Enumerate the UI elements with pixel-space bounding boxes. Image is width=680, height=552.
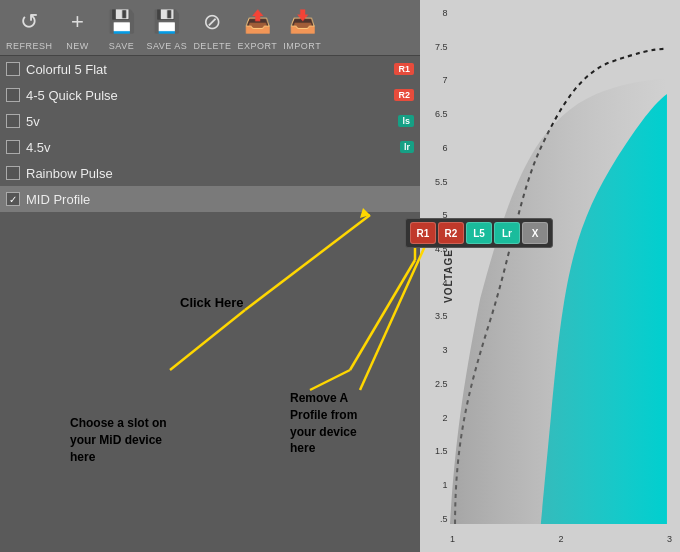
profile-badge-0: R1 (394, 63, 414, 75)
y-tick: 7.5 (435, 42, 448, 52)
profile-name-3: 4.5v (26, 140, 396, 155)
slot-btn-x[interactable]: X (522, 222, 548, 244)
export-label: EXPORT (237, 41, 277, 51)
profile-name-0: Colorful 5 Flat (26, 62, 390, 77)
refresh-label: REFRESH (6, 41, 53, 51)
profile-badge-3: lr (400, 141, 414, 153)
y-tick: .5 (440, 514, 448, 524)
profile-badge-1: R2 (394, 89, 414, 101)
profile-name-1: 4-5 Quick Pulse (26, 88, 390, 103)
profile-item-0[interactable]: Colorful 5 Flat R1 (0, 56, 420, 82)
chart-curve-area (450, 8, 672, 524)
x-tick: 3 (667, 534, 672, 544)
y-tick: 3 (443, 345, 448, 355)
svg-line-4 (350, 260, 415, 370)
profile-checkbox-3[interactable] (6, 140, 20, 154)
refresh-icon: ↺ (11, 4, 47, 40)
y-tick: 1.5 (435, 446, 448, 456)
save-icon: 💾 (104, 4, 140, 40)
y-tick: 6.5 (435, 109, 448, 119)
x-ticks: 123 (450, 534, 672, 544)
toolbar-btn-delete[interactable]: ⊘ DELETE (193, 4, 231, 51)
y-tick: 8 (443, 8, 448, 18)
save-as-icon: 💾 (149, 4, 185, 40)
slot-popup: R1R2L5LrX (405, 218, 553, 248)
slot-btn-r2[interactable]: R2 (438, 222, 464, 244)
svg-line-2 (170, 310, 245, 370)
profile-badge-2: ls (398, 115, 414, 127)
toolbar-btn-import[interactable]: 📥 IMPORT (283, 4, 321, 51)
slot-btn-r1[interactable]: R1 (410, 222, 436, 244)
x-tick: 1 (450, 534, 455, 544)
svg-line-5 (310, 370, 350, 390)
import-label: IMPORT (283, 41, 321, 51)
remove-profile-label: Remove AProfile fromyour devicehere (290, 390, 357, 457)
y-tick: 4 (443, 278, 448, 288)
click-here-label: Click Here (180, 295, 244, 310)
toolbar-btn-export[interactable]: 📤 EXPORT (237, 4, 277, 51)
x-tick: 2 (558, 534, 563, 544)
profile-checkbox-1[interactable] (6, 88, 20, 102)
y-tick: 6 (443, 143, 448, 153)
profile-list: Colorful 5 Flat R1 4-5 Quick Pulse R2 5v… (0, 56, 420, 212)
choose-slot-label: Choose a slot onyour MiD devicehere (70, 415, 167, 465)
profile-item-3[interactable]: 4.5v lr (0, 134, 420, 160)
y-tick: 5.5 (435, 177, 448, 187)
profile-item-1[interactable]: 4-5 Quick Pulse R2 (0, 82, 420, 108)
profile-item-5[interactable]: MID Profile (0, 186, 420, 212)
profile-name-4: Rainbow Pulse (26, 166, 414, 181)
profile-checkbox-2[interactable] (6, 114, 20, 128)
slot-btn-lr[interactable]: Lr (494, 222, 520, 244)
toolbar-btn-refresh[interactable]: ↺ REFRESH (6, 4, 53, 51)
profile-name-5: MID Profile (26, 192, 414, 207)
delete-icon: ⊘ (194, 4, 230, 40)
profile-item-2[interactable]: 5v ls (0, 108, 420, 134)
save-as-label: SAVE AS (147, 41, 188, 51)
svg-line-0 (245, 215, 370, 310)
toolbar-btn-save[interactable]: 💾 SAVE (103, 4, 141, 51)
y-tick: 3.5 (435, 311, 448, 321)
y-ticks: 87.576.565.554.543.532.521.51.5 (435, 8, 448, 524)
y-tick: 7 (443, 75, 448, 85)
slot-btn-l5[interactable]: L5 (466, 222, 492, 244)
import-icon: 📥 (284, 4, 320, 40)
y-tick: 1 (443, 480, 448, 490)
new-label: NEW (66, 41, 89, 51)
new-icon: + (60, 4, 96, 40)
y-tick: 2 (443, 413, 448, 423)
export-icon: 📤 (239, 4, 275, 40)
save-label: SAVE (109, 41, 134, 51)
toolbar-btn-save-as[interactable]: 💾 SAVE AS (147, 4, 188, 51)
chart-area: VOLTAGE 87.576.565.554.543.532.521.51.5 … (420, 0, 680, 552)
profile-item-4[interactable]: Rainbow Pulse (0, 160, 420, 186)
profile-checkbox-5[interactable] (6, 192, 20, 206)
y-tick: 2.5 (435, 379, 448, 389)
profile-checkbox-4[interactable] (6, 166, 20, 180)
delete-label: DELETE (193, 41, 231, 51)
profile-checkbox-0[interactable] (6, 62, 20, 76)
profile-name-2: 5v (26, 114, 394, 129)
toolbar-btn-new[interactable]: + NEW (59, 4, 97, 51)
